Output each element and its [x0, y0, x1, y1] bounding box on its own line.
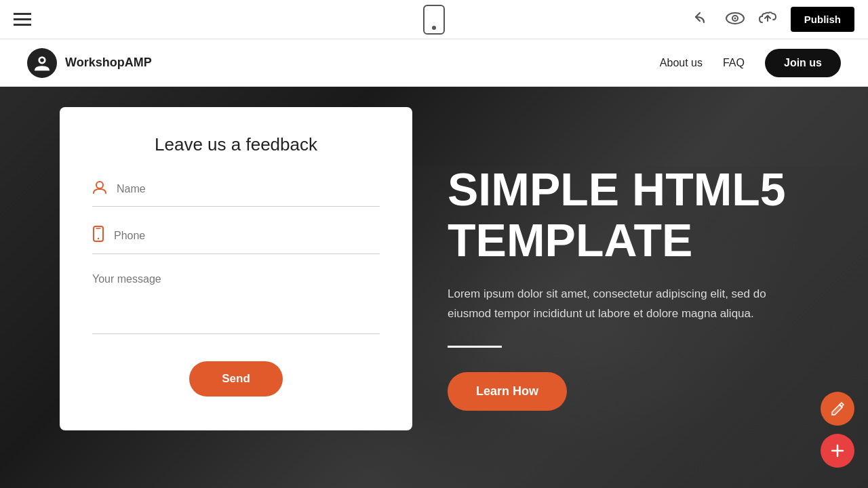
preview-eye-icon[interactable]: [726, 11, 745, 28]
hero-description: Lorem ipsum dolor sit amet, consectetur …: [448, 285, 773, 324]
add-fab-button[interactable]: [821, 434, 854, 468]
cloud-upload-icon[interactable]: [758, 10, 777, 28]
name-field-container: [92, 180, 380, 207]
toolbar-right: Publish: [694, 7, 854, 32]
toolbar: Publish: [0, 0, 868, 39]
name-input[interactable]: [117, 183, 380, 195]
join-us-button[interactable]: Join us: [765, 49, 841, 77]
svg-point-5: [96, 182, 103, 188]
hero-divider: [448, 346, 502, 348]
hero-title: SIMPLE HTML5 TEMPLATE: [448, 164, 827, 266]
toolbar-left: [14, 13, 31, 26]
mobile-preview-icon[interactable]: [423, 5, 445, 35]
send-button[interactable]: Send: [189, 361, 283, 396]
hamburger-menu-icon[interactable]: [14, 13, 31, 26]
hero-content: SIMPLE HTML5 TEMPLATE Lorem ipsum dolor …: [407, 87, 868, 488]
phone-field-container: [92, 226, 380, 254]
feedback-form: Leave us a feedback Send: [60, 107, 412, 430]
site-logo: WorkshopAMP: [27, 48, 152, 78]
site-navbar: WorkshopAMP About us FAQ Join us: [0, 39, 868, 87]
phone-field-icon: [92, 226, 104, 245]
fab-container: [821, 392, 854, 468]
svg-point-2: [734, 17, 736, 19]
hero-section: Leave us a feedback Send: [0, 87, 868, 488]
learn-how-button[interactable]: Learn How: [448, 372, 567, 411]
toolbar-center: [423, 5, 445, 35]
svg-point-7: [98, 238, 99, 239]
publish-button[interactable]: Publish: [791, 7, 854, 32]
nav-faq[interactable]: FAQ: [723, 57, 745, 69]
nav-about-us[interactable]: About us: [660, 57, 703, 69]
logo-name-text: WorkshopAMP: [65, 56, 152, 70]
user-icon: [92, 180, 107, 198]
svg-point-4: [40, 58, 44, 62]
message-textarea[interactable]: [92, 273, 380, 334]
feedback-form-title: Leave us a feedback: [92, 134, 380, 155]
phone-input[interactable]: [114, 230, 380, 242]
edit-fab-button[interactable]: [821, 392, 854, 426]
site-navigation: About us FAQ Join us: [660, 49, 841, 77]
logo-avatar: [27, 48, 57, 78]
undo-icon[interactable]: [694, 10, 712, 29]
